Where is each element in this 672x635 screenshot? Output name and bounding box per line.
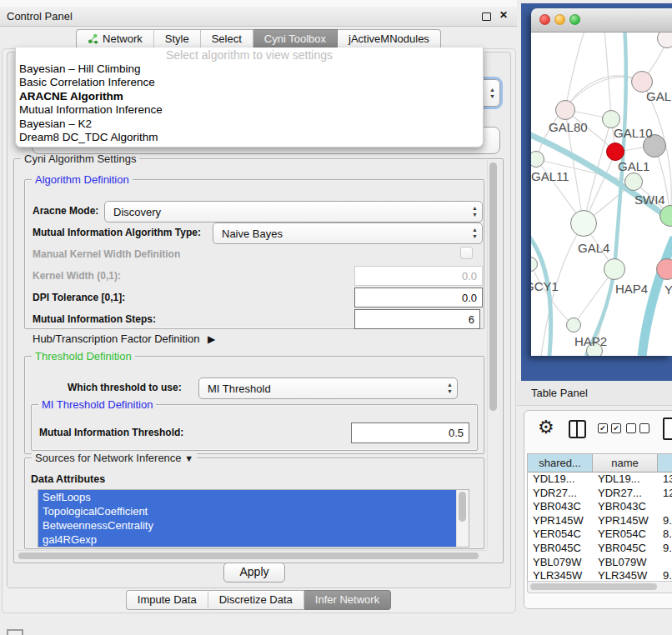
- table-cell[interactable]: 13: [658, 472, 672, 487]
- selected-columns-icon[interactable]: ✔✔: [598, 423, 621, 433]
- table-cell[interactable]: YER054C: [593, 528, 658, 542]
- aracne-mode-combobox[interactable]: Discovery ▲▼: [104, 201, 483, 222]
- network-node-label: GAL80: [549, 120, 588, 134]
- float-window-icon[interactable]: [482, 12, 491, 21]
- tab-impute-data[interactable]: Impute Data: [126, 590, 208, 610]
- data-attribute-item[interactable]: BetweennessCentrality: [38, 518, 469, 532]
- network-node[interactable]: [606, 142, 624, 161]
- split-view-icon[interactable]: [569, 420, 586, 438]
- table-cell[interactable]: 8.: [658, 528, 672, 542]
- manual-kernel-checkbox[interactable]: [460, 247, 473, 259]
- mi-steps-field[interactable]: 6: [354, 309, 480, 329]
- table-cell[interactable]: YLR345W: [593, 569, 658, 582]
- tab-style[interactable]: Style: [154, 29, 201, 49]
- column-header-name[interactable]: name: [593, 454, 658, 472]
- table-horizontal-scrollbar[interactable]: [527, 581, 672, 593]
- kernel-width-field[interactable]: 0.0: [354, 266, 483, 286]
- algorithm-option[interactable]: ARACNE Algorithm: [16, 90, 483, 103]
- network-node[interactable]: [555, 100, 575, 120]
- data-attribute-item[interactable]: TopologicalCoefficient: [38, 504, 469, 518]
- gear-icon[interactable]: ⚙: [538, 418, 554, 437]
- mi-threshold-label: Mutual Information Threshold:: [39, 427, 183, 438]
- which-threshold-combobox[interactable]: MI Threshold ▲▼: [198, 378, 458, 399]
- mi-type-combobox[interactable]: Naive Bayes ▲▼: [213, 222, 483, 244]
- column-header-shared-[interactable]: shared...: [528, 454, 593, 472]
- table-cell[interactable]: [658, 500, 672, 514]
- column-header-a[interactable]: A: [658, 454, 672, 472]
- table-cell[interactable]: 9.: [658, 569, 672, 582]
- network-canvas[interactable]: GALGAL80GAL10GAL1SWI4GAL11GAL4GCY1HAP4YH…: [531, 32, 672, 356]
- minimize-window-icon[interactable]: [554, 14, 565, 25]
- data-attribute-item[interactable]: SelfLoops: [38, 490, 469, 504]
- kernel-width-label: Kernel Width (0,1):: [33, 270, 121, 282]
- tab-select[interactable]: Select: [201, 29, 253, 49]
- tab-discretize-data[interactable]: Discretize Data: [208, 590, 304, 610]
- dpi-tolerance-field[interactable]: 0.0: [354, 288, 483, 308]
- attributes-list-scrollbar[interactable]: [456, 490, 469, 547]
- table-cell[interactable]: YDL19...: [528, 472, 593, 487]
- data-attributes-list[interactable]: SelfLoopsTopologicalCoefficientBetweenne…: [38, 489, 469, 548]
- network-node[interactable]: [566, 318, 581, 332]
- table-cell[interactable]: 12: [658, 487, 672, 501]
- table-cell[interactable]: YBR045C: [593, 542, 658, 556]
- table-row[interactable]: YLR345WYLR345W9.: [528, 569, 672, 582]
- node-table: shared...nameA YDL19...YDL19...13YDR27..…: [527, 453, 672, 582]
- table-row[interactable]: YBR043CYBR043C: [528, 500, 672, 514]
- network-window-titlebar[interactable]: [531, 8, 672, 32]
- aracne-mode-value: Discovery: [113, 206, 161, 218]
- table-cell[interactable]: YBL079W: [528, 556, 593, 570]
- table-row[interactable]: YBL079WYBL079W: [528, 556, 672, 570]
- table-cell[interactable]: 9.: [658, 542, 672, 556]
- close-panel-icon[interactable]: ✕: [499, 9, 508, 21]
- which-threshold-label: Which threshold to use:: [68, 382, 182, 393]
- settings-horizontal-scrollbar[interactable]: [15, 550, 487, 562]
- network-node[interactable]: [570, 210, 597, 237]
- data-attribute-item[interactable]: gal4RGexp: [38, 532, 469, 547]
- table-cell[interactable]: YPR145W: [528, 514, 593, 528]
- table-cell[interactable]: 9.: [658, 514, 672, 528]
- table-cell[interactable]: YLR345W: [528, 569, 593, 582]
- table-cell[interactable]: YBR043C: [593, 500, 658, 514]
- close-window-icon[interactable]: [539, 14, 550, 25]
- minimized-panel-icon[interactable]: [7, 629, 23, 635]
- mi-steps-label: Mutual Information Steps:: [33, 313, 156, 325]
- table-cell[interactable]: [658, 556, 672, 570]
- tab-label: Network: [103, 32, 143, 45]
- algorithm-option[interactable]: Mutual Information Inference: [16, 103, 483, 117]
- table-row[interactable]: YPR145WYPR145W9.: [528, 514, 672, 528]
- hub-definition-expander[interactable]: Hub/Transcription Factor Definition ▶: [33, 332, 215, 345]
- zoom-window-icon[interactable]: [569, 14, 580, 25]
- tab-network[interactable]: Network: [76, 29, 154, 49]
- table-cell[interactable]: YDL19...: [593, 472, 658, 487]
- algorithm-option[interactable]: Dream8 DC_TDC Algorithm: [16, 131, 483, 144]
- network-node[interactable]: [604, 258, 625, 280]
- document-icon[interactable]: [663, 418, 672, 440]
- table-cell[interactable]: YER054C: [528, 528, 593, 542]
- table-cell[interactable]: YBR045C: [528, 542, 593, 556]
- table-cell[interactable]: YDR27...: [593, 487, 658, 501]
- network-view-window[interactable]: GALGAL80GAL10GAL1SWI4GAL11GAL4GCY1HAP4YH…: [531, 8, 672, 355]
- table-cell[interactable]: YBL079W: [593, 556, 658, 570]
- table-cell[interactable]: YBR043C: [528, 500, 593, 514]
- algorithm-option[interactable]: Bayesian – Hill Climbing: [16, 62, 483, 76]
- tab-infer-network[interactable]: Infer Network: [304, 590, 391, 610]
- tab-jactivemnodules[interactable]: jActiveMNodules: [338, 29, 441, 49]
- table-cell[interactable]: YDR27...: [528, 487, 593, 501]
- algorithm-option[interactable]: Basic Correlation Inference: [16, 76, 483, 89]
- expand-right-icon: ▶: [208, 333, 215, 345]
- table-cell[interactable]: YPR145W: [593, 514, 658, 528]
- network-node[interactable]: [624, 172, 643, 191]
- apply-button[interactable]: Apply: [223, 562, 285, 582]
- tab-label: Cyni Toolbox: [264, 32, 326, 45]
- algorithm-option[interactable]: Bayesian – K2: [16, 118, 483, 131]
- table-row[interactable]: YDR27...YDR27...12: [528, 487, 672, 501]
- table-row[interactable]: YDL19...YDL19...13: [528, 472, 672, 487]
- table-row[interactable]: YER054CYER054C8.: [528, 528, 672, 542]
- table-row[interactable]: YBR045CYBR045C9.: [528, 542, 672, 556]
- unselected-columns-icon[interactable]: [626, 423, 649, 433]
- mi-threshold-field[interactable]: 0.5: [351, 422, 469, 443]
- threshold-definition-title: Threshold Definition: [32, 350, 135, 362]
- network-node[interactable]: [656, 258, 672, 280]
- settings-vertical-scrollbar[interactable]: [487, 160, 499, 549]
- tab-cyni-toolbox[interactable]: Cyni Toolbox: [253, 29, 338, 49]
